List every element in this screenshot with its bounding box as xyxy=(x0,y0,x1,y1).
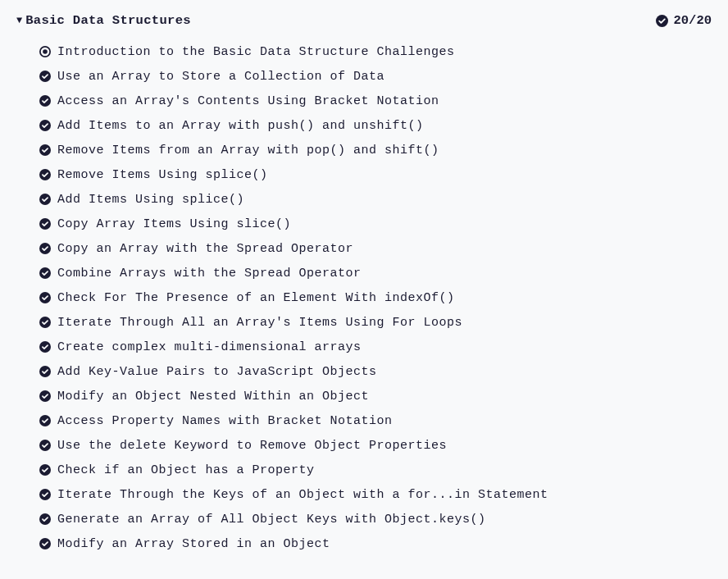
challenges-list: Introduction to the Basic Data Structure… xyxy=(16,34,712,556)
challenge-item[interactable]: Remove Items from an Array with pop() an… xyxy=(39,138,712,162)
check-circle-icon xyxy=(39,317,51,328)
challenge-label: Modify an Array Stored in an Object xyxy=(57,537,330,551)
challenge-item[interactable]: Add Key-Value Pairs to JavaScript Object… xyxy=(39,359,712,384)
challenge-label: Add Key-Value Pairs to JavaScript Object… xyxy=(57,365,377,379)
challenge-label: Introduction to the Basic Data Structure… xyxy=(57,45,455,59)
intro-circle-icon xyxy=(39,46,51,57)
caret-down-icon: ▼ xyxy=(16,15,22,26)
check-circle-icon xyxy=(39,71,51,82)
challenge-item[interactable]: Copy Array Items Using slice() xyxy=(39,212,712,236)
check-circle-icon xyxy=(39,243,51,254)
section-title-wrap: ▼ Basic Data Structures xyxy=(16,13,191,28)
check-circle-icon xyxy=(39,120,51,131)
challenge-item[interactable]: Use an Array to Store a Collection of Da… xyxy=(39,64,712,89)
check-circle-icon xyxy=(39,366,51,377)
challenge-item[interactable]: Combine Arrays with the Spread Operator xyxy=(39,261,712,285)
challenge-label: Remove Items from an Array with pop() an… xyxy=(57,144,439,157)
challenge-label: Remove Items Using splice() xyxy=(57,168,268,182)
challenge-label: Combine Arrays with the Spread Operator xyxy=(57,267,362,280)
challenge-item[interactable]: Access Property Names with Bracket Notat… xyxy=(39,408,712,433)
check-circle-icon xyxy=(39,144,51,156)
challenge-item[interactable]: Remove Items Using splice() xyxy=(39,162,712,187)
check-circle-icon xyxy=(39,440,51,451)
challenge-label: Use the delete Keyword to Remove Object … xyxy=(57,439,447,453)
svg-point-2 xyxy=(43,49,48,54)
challenge-item[interactable]: Add Items Using splice() xyxy=(39,187,712,212)
challenge-label: Add Items to an Array with push() and un… xyxy=(57,119,424,133)
challenge-label: Check For The Presence of an Element Wit… xyxy=(57,291,455,305)
challenge-item[interactable]: Copy an Array with the Spread Operator xyxy=(39,236,712,261)
check-circle-icon xyxy=(39,415,51,426)
challenge-item[interactable]: Modify an Array Stored in an Object xyxy=(39,531,712,556)
challenge-label: Access an Array's Contents Using Bracket… xyxy=(57,94,439,108)
check-circle-icon xyxy=(39,538,51,549)
challenge-label: Generate an Array of All Object Keys wit… xyxy=(57,513,486,527)
progress-count: 20/20 xyxy=(673,13,712,28)
check-circle-icon xyxy=(656,15,668,27)
challenge-item[interactable]: Iterate Through All an Array's Items Usi… xyxy=(39,310,712,335)
check-circle-icon xyxy=(39,218,51,230)
challenge-item[interactable]: Generate an Array of All Object Keys wit… xyxy=(39,507,712,531)
check-circle-icon xyxy=(39,513,51,525)
check-circle-icon xyxy=(39,169,51,180)
challenge-item[interactable]: Modify an Object Nested Within an Object xyxy=(39,384,712,408)
check-circle-icon xyxy=(39,267,51,279)
section-title: Basic Data Structures xyxy=(25,13,191,28)
challenge-item[interactable]: Access an Array's Contents Using Bracket… xyxy=(39,89,712,113)
check-circle-icon xyxy=(39,95,51,107)
challenge-item[interactable]: Add Items to an Array with push() and un… xyxy=(39,113,712,138)
challenge-item[interactable]: Check For The Presence of an Element Wit… xyxy=(39,285,712,310)
challenge-label: Copy Array Items Using slice() xyxy=(57,217,291,231)
check-circle-icon xyxy=(39,464,51,476)
challenge-label: Iterate Through All an Array's Items Usi… xyxy=(57,316,462,330)
check-circle-icon xyxy=(39,341,51,353)
challenge-item[interactable]: Create complex multi-dimensional arrays xyxy=(39,335,712,359)
challenge-label: Copy an Array with the Spread Operator xyxy=(57,242,353,256)
challenge-label: Check if an Object has a Property xyxy=(57,463,315,477)
challenge-item[interactable]: Iterate Through the Keys of an Object wi… xyxy=(39,482,712,507)
challenge-label: Iterate Through the Keys of an Object wi… xyxy=(57,488,548,502)
check-circle-icon xyxy=(39,489,51,500)
check-circle-icon xyxy=(39,390,51,402)
check-circle-icon xyxy=(39,194,51,205)
challenge-item[interactable]: Check if an Object has a Property xyxy=(39,458,712,482)
check-circle-icon xyxy=(39,292,51,303)
challenge-label: Create complex multi-dimensional arrays xyxy=(57,340,362,354)
challenge-item[interactable]: Introduction to the Basic Data Structure… xyxy=(39,39,712,64)
challenge-label: Add Items Using splice() xyxy=(57,193,244,207)
section-progress: 20/20 xyxy=(656,13,712,28)
challenge-label: Use an Array to Store a Collection of Da… xyxy=(57,70,384,84)
challenge-label: Access Property Names with Bracket Notat… xyxy=(57,414,393,428)
section-header[interactable]: ▼ Basic Data Structures 20/20 xyxy=(16,13,712,28)
challenge-item[interactable]: Use the delete Keyword to Remove Object … xyxy=(39,433,712,458)
challenge-label: Modify an Object Nested Within an Object xyxy=(57,390,369,403)
